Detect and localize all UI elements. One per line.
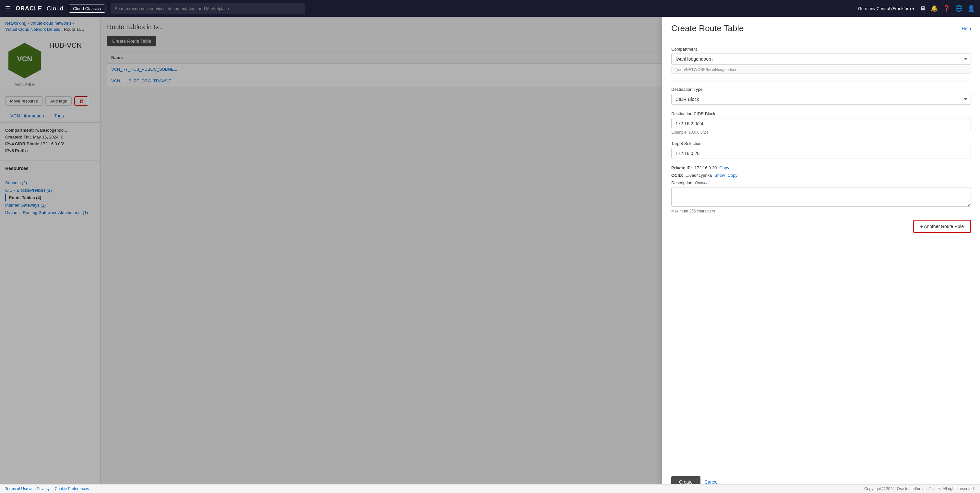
description-textarea[interactable] — [671, 187, 971, 207]
private-ip-value: 172.16.0.20 — [695, 165, 717, 170]
modal-body: Compartment IwanHoogendoorn (root)/NETWO… — [662, 39, 980, 471]
top-navigation: ☰ ORACLE Cloud Cloud Classic › Germany C… — [0, 0, 980, 17]
hamburger-icon[interactable]: ☰ — [5, 5, 10, 12]
destination-type-label: Destination Type — [671, 87, 971, 92]
private-ip-copy-link[interactable]: Copy — [719, 165, 729, 170]
private-ip-row: Private IP: 172.16.0.20 Copy — [671, 165, 971, 170]
description-form-group: Description Optional Maximum 255 charact… — [671, 180, 971, 213]
modal-cancel-button[interactable]: Cancel — [704, 479, 719, 485]
footer-cookies-link[interactable]: Cookie Preferences — [55, 487, 89, 491]
cloud-classic-button[interactable]: Cloud Classic › — [69, 5, 105, 13]
help-icon[interactable]: ❓ — [943, 5, 950, 12]
monitor-icon[interactable]: 🖥 — [920, 5, 926, 12]
compartment-form-group: Compartment IwanHoogendoorn (root)/NETWO… — [671, 47, 971, 74]
destination-cidr-input[interactable] — [671, 118, 971, 129]
modal-help-link[interactable]: Help — [961, 26, 971, 31]
ocid-row: OCID: ...6ad4cyjmka Show Copy — [671, 173, 971, 178]
oracle-logo: ORACLE Cloud — [16, 5, 64, 12]
compartment-form-label: Compartment — [671, 47, 971, 52]
globe-icon[interactable]: 🌐 — [955, 5, 963, 12]
modal-header: Create Route Table Help — [662, 17, 980, 39]
modal-title: Create Route Table — [671, 23, 744, 33]
compartment-select[interactable]: IwanHoogendoorn — [671, 54, 971, 65]
ocid-value: ...6ad4cyjmka — [686, 173, 712, 178]
destination-cidr-form-group: Destination CIDR Block Example: 10.0.0.0… — [671, 111, 971, 135]
compartment-path: (root)/NETWORK/IwanHoogendoorn — [671, 66, 971, 74]
description-hint: Maximum 255 characters — [671, 209, 971, 213]
bottom-footer: Terms of Use and Privacy Cookie Preferen… — [0, 484, 980, 493]
target-selection-form-group: Target Selection — [671, 141, 971, 159]
footer-links: Terms of Use and Privacy Cookie Preferen… — [5, 487, 89, 491]
another-route-rule-button[interactable]: + Another Route Rule — [913, 220, 971, 233]
footer-terms-link[interactable]: Terms of Use and Privacy — [5, 487, 49, 491]
destination-cidr-label: Destination CIDR Block — [671, 111, 971, 116]
nav-right: Germany Central (Frankfurt) ▾ 🖥 🔔 ❓ 🌐 👤 — [858, 5, 975, 12]
ocid-copy-link[interactable]: Copy — [728, 173, 737, 178]
target-selection-input[interactable] — [671, 148, 971, 159]
ocid-label: OCID: — [671, 173, 683, 178]
private-ip-label: Private IP: — [671, 165, 692, 170]
ocid-show-link[interactable]: Show — [714, 173, 725, 178]
description-label: Description Optional — [671, 180, 971, 185]
bell-icon[interactable]: 🔔 — [931, 5, 938, 12]
region-selector[interactable]: Germany Central (Frankfurt) ▾ — [858, 6, 915, 11]
user-icon[interactable]: 👤 — [968, 5, 975, 12]
footer-copyright: Copyright © 2024, Oracle and/or its affi… — [864, 487, 975, 491]
modal-panel: Create Route Table Help Compartment Iwan… — [662, 17, 980, 493]
region-label: Germany Central (Frankfurt) — [858, 6, 911, 11]
destination-cidr-example: Example: 10.0.0.0/24 — [671, 130, 971, 135]
target-selection-label: Target Selection — [671, 141, 971, 146]
destination-type-form-group: Destination Type CIDR Block Service — [671, 87, 971, 105]
destination-type-select[interactable]: CIDR Block Service — [671, 94, 971, 105]
search-input[interactable] — [111, 3, 305, 14]
